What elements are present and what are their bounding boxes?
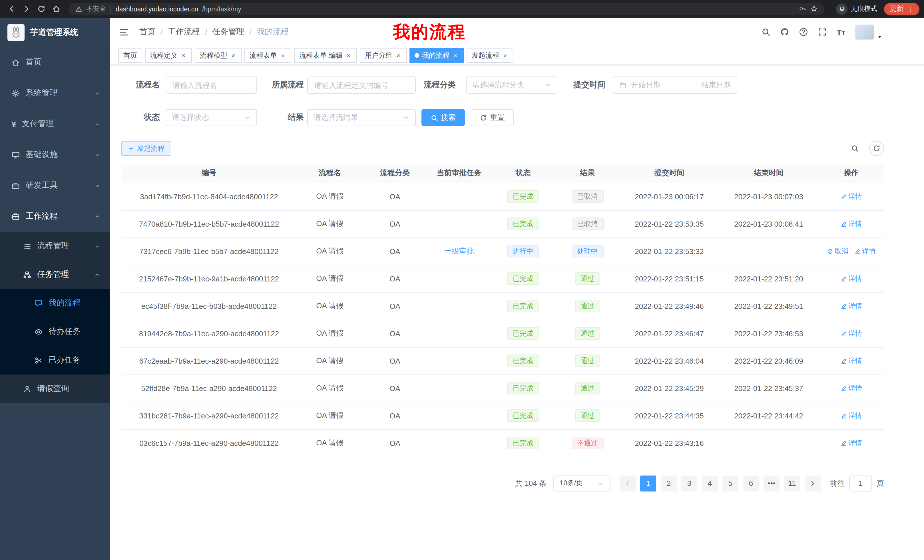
sidebar-item-dev-tools[interactable]: 研发工具: [0, 170, 110, 201]
sidebar-item-todo-task[interactable]: 待办任务: [0, 317, 110, 346]
tab-process-model[interactable]: 流程模型: [195, 48, 242, 63]
row-status: 已完成: [491, 347, 555, 374]
page-button-4[interactable]: 4: [702, 475, 718, 491]
process-name-input[interactable]: [166, 76, 257, 94]
detail-link[interactable]: 详情: [854, 246, 876, 256]
sidebar-item-home[interactable]: 首页: [0, 47, 110, 78]
row-id: 7470a810-7b9b-11ec-b5b7-acde48001122: [121, 210, 297, 238]
submit-time-range-picker[interactable]: 开始日期 - 结束日期: [613, 76, 737, 94]
browser-toolbar: 不安全 | dashboard.yudao.iocoder.cn/bpm/tas…: [0, 0, 924, 18]
sidebar-item-payment-management[interactable]: ¥支付管理: [0, 108, 110, 139]
address-bar[interactable]: 不安全 | dashboard.yudao.iocoder.cn/bpm/tas…: [69, 3, 825, 15]
close-icon[interactable]: [452, 52, 459, 58]
close-icon[interactable]: [502, 52, 508, 58]
search-icon[interactable]: [761, 27, 770, 36]
home-icon[interactable]: [49, 2, 63, 16]
search-button[interactable]: 搜索: [422, 109, 465, 126]
detail-link[interactable]: 详情: [840, 274, 862, 283]
close-icon[interactable]: [345, 52, 352, 58]
row-result: 通过: [555, 374, 620, 402]
forward-icon[interactable]: [20, 2, 33, 16]
help-icon[interactable]: [799, 27, 808, 36]
row-end-time: 2022-01-23 00:08:41: [719, 210, 818, 238]
tab-user-group[interactable]: 用户分组: [360, 48, 406, 63]
font-size-icon[interactable]: TT: [836, 28, 845, 36]
sidebar-item-label: 基础设施: [26, 150, 58, 160]
reset-button[interactable]: 重置: [471, 109, 514, 126]
back-icon[interactable]: [4, 2, 18, 16]
category-select[interactable]: 请选择流程分类: [466, 76, 557, 94]
more-menu-icon[interactable]: [907, 5, 914, 12]
sidebar-item-workflow[interactable]: 工作流程: [0, 201, 110, 232]
security-label[interactable]: 不安全: [86, 4, 106, 13]
status-tag: 进行中: [507, 245, 539, 258]
tab-start-process[interactable]: 发起流程: [466, 48, 513, 63]
page-button-2[interactable]: 2: [661, 475, 677, 491]
next-page-button[interactable]: [805, 475, 820, 491]
sidebar-item-system-management[interactable]: 系统管理: [0, 78, 110, 108]
edit-icon: [840, 303, 847, 309]
row-submit-time: 2022-01-22 23:46:47: [620, 320, 719, 347]
row-submit-time: 2022-01-22 23:53:35: [620, 210, 719, 238]
fullscreen-icon[interactable]: [818, 27, 826, 36]
result-select[interactable]: 请选择流结果: [307, 109, 416, 126]
user-menu[interactable]: [855, 24, 883, 40]
close-icon[interactable]: [395, 52, 402, 58]
detail-link[interactable]: 详情: [840, 219, 862, 229]
detail-link[interactable]: 详情: [840, 411, 862, 421]
tab-home[interactable]: 首页: [118, 48, 142, 63]
tab-process-definition[interactable]: 流程定义: [145, 48, 192, 63]
breadcrumb-item[interactable]: 任务管理: [213, 27, 244, 37]
page-button-11[interactable]: 11: [784, 475, 800, 491]
tab-process-form-edit[interactable]: 流程表单-编辑: [294, 48, 357, 63]
sidebar-item-my-process[interactable]: 我的流程: [0, 289, 110, 317]
sidebar-item-process-management[interactable]: 流程管理: [0, 232, 110, 260]
detail-link[interactable]: 详情: [840, 383, 862, 393]
create-process-button[interactable]: 发起流程: [121, 141, 171, 156]
page-button-3[interactable]: 3: [681, 475, 697, 491]
page-button-1[interactable]: 1: [640, 475, 656, 491]
row-category: OA: [363, 374, 427, 402]
breadcrumb-item[interactable]: 首页: [140, 27, 155, 37]
sidebar-item-infrastructure[interactable]: 基础设施: [0, 139, 110, 170]
sidebar-item-leave-query[interactable]: 请假查询: [0, 374, 110, 403]
page-jump-input[interactable]: [849, 475, 872, 491]
close-icon[interactable]: [230, 52, 236, 58]
table-row: 67c2eaab-7b9a-11ec-a290-acde48001122OA 请…: [121, 347, 884, 374]
tab-process-form[interactable]: 流程表单: [244, 48, 291, 63]
prev-page-button[interactable]: [620, 475, 636, 491]
refresh-table-icon[interactable]: [869, 141, 884, 156]
page-button-6[interactable]: 6: [743, 475, 759, 491]
active-tab-dot: [415, 53, 419, 58]
page-button-5[interactable]: 5: [722, 475, 738, 491]
current-task-link[interactable]: 一级审批: [444, 247, 474, 255]
parent-process-input[interactable]: [307, 76, 416, 94]
github-icon[interactable]: [780, 27, 789, 36]
tab-my-process[interactable]: 我的流程: [410, 48, 464, 63]
avatar[interactable]: [855, 24, 874, 40]
detail-link[interactable]: 详情: [840, 438, 862, 448]
detail-link[interactable]: 详情: [840, 356, 862, 365]
app-logo-row[interactable]: 芋道管理系统: [0, 18, 110, 47]
status-select[interactable]: 请选择状态: [166, 109, 257, 126]
update-button[interactable]: 更新: [884, 3, 920, 15]
sidebar-item-task-management[interactable]: 任务管理: [0, 260, 110, 289]
page-size-select[interactable]: 10条/页: [554, 475, 610, 491]
detail-link[interactable]: 详情: [840, 192, 862, 201]
row-current-task: [427, 292, 491, 320]
hamburger-icon[interactable]: [118, 26, 130, 38]
detail-link[interactable]: 详情: [840, 301, 862, 311]
sidebar-item-done-task[interactable]: 已办任务: [0, 346, 110, 374]
bookmark-star-icon[interactable]: [810, 5, 818, 13]
cancel-link[interactable]: 取消: [826, 246, 848, 256]
toggle-search-icon[interactable]: [848, 141, 862, 156]
row-id: ec45f38f-7b9a-11ec-b03b-acde48001122: [121, 292, 297, 320]
close-icon[interactable]: [180, 52, 187, 58]
close-icon[interactable]: [280, 52, 286, 58]
page-more-button[interactable]: •••: [764, 475, 780, 491]
breadcrumb-item[interactable]: 工作流程: [168, 27, 200, 37]
key-icon[interactable]: [799, 5, 806, 13]
detail-link[interactable]: 详情: [840, 328, 862, 338]
edit-icon: [854, 248, 860, 254]
reload-icon[interactable]: [34, 2, 48, 16]
